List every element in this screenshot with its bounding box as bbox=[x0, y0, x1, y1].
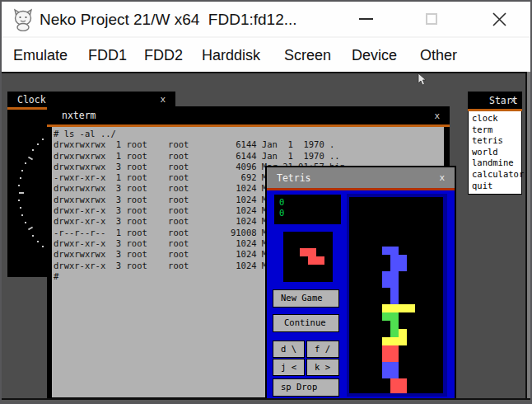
minimize-button[interactable] bbox=[349, 2, 382, 36]
rotate-right-button[interactable]: f / bbox=[306, 341, 339, 358]
menu-item-device[interactable]: Device bbox=[352, 38, 397, 72]
tetris-playfield-grid bbox=[349, 197, 443, 393]
clock-tick bbox=[18, 185, 20, 186]
start-menu-item-calculator[interactable]: calculator bbox=[472, 169, 521, 181]
start-menu-item-landmine[interactable]: landmine bbox=[472, 157, 521, 169]
tetris-block bbox=[390, 304, 399, 312]
clock-close-button[interactable]: x bbox=[160, 92, 166, 108]
mouse-cursor bbox=[418, 73, 427, 87]
clock-tick bbox=[25, 162, 26, 164]
tetris-block bbox=[390, 312, 399, 321]
window-frame-right bbox=[525, 72, 532, 398]
menu-item-fdd1[interactable]: FDD1 bbox=[88, 38, 127, 72]
tetris-playfield bbox=[347, 194, 447, 397]
tetris-block bbox=[382, 280, 390, 288]
menu-item-harddisk[interactable]: Harddisk bbox=[202, 38, 260, 72]
tetris-block bbox=[300, 248, 308, 256]
tetris-body: 0 0 New Game Continue d \ f / j < k > sp… bbox=[267, 190, 455, 398]
tetris-score-value: 0 bbox=[279, 197, 341, 208]
tetris-block bbox=[390, 345, 399, 354]
window-title: Neko Project 21/W x64 FDD1:fd12... bbox=[40, 2, 297, 36]
tetris-titlebar[interactable]: Tetris bbox=[267, 167, 455, 188]
menu-bar: EmulateFDD1FDD2HarddiskScreenDeviceOther bbox=[2, 38, 530, 72]
tetris-block bbox=[399, 387, 407, 393]
clock-tick bbox=[37, 143, 39, 145]
menu-item-screen[interactable]: Screen bbox=[284, 38, 331, 72]
tetris-block bbox=[382, 271, 390, 280]
emulated-desktop: Clock x nxterm x # ls -al ../drwxrwxrwx … bbox=[2, 72, 525, 398]
clock-tick bbox=[42, 139, 44, 140]
clock-tick bbox=[25, 222, 26, 223]
clock-tick bbox=[21, 170, 23, 171]
menu-item-emulate[interactable]: Emulate bbox=[13, 38, 68, 72]
tetris-block bbox=[390, 321, 399, 329]
tetris-block bbox=[390, 288, 399, 296]
tetris-block bbox=[382, 345, 390, 354]
tetris-block bbox=[382, 337, 390, 345]
close-icon bbox=[492, 12, 506, 26]
new-game-button[interactable]: New Game bbox=[273, 289, 339, 308]
start-menu-item-world[interactable]: world bbox=[472, 147, 521, 158]
start-menu-item-quit[interactable]: quit bbox=[472, 181, 521, 192]
tetris-window: Tetris x 0 0 New Game Continue d \ f / j… bbox=[265, 166, 456, 398]
clock-tick bbox=[32, 149, 34, 151]
tetris-block bbox=[390, 337, 399, 345]
clock-titlebar[interactable]: Clock bbox=[7, 92, 175, 107]
tetris-block bbox=[382, 354, 390, 362]
tetris-block bbox=[390, 247, 399, 255]
tetris-block bbox=[390, 296, 399, 304]
continue-button[interactable]: Continue bbox=[273, 314, 339, 332]
neko-cat-icon bbox=[12, 8, 35, 31]
clock-tick bbox=[19, 192, 24, 194]
tetris-close-button[interactable]: x bbox=[439, 167, 445, 189]
tetris-block bbox=[407, 304, 415, 312]
terminal-titlebar[interactable]: nxterm bbox=[47, 106, 450, 124]
clock-tick bbox=[20, 207, 21, 209]
tetris-block bbox=[399, 263, 407, 271]
start-menu-close-button[interactable]: x bbox=[510, 92, 516, 110]
clock-tick bbox=[28, 156, 33, 160]
tetris-block bbox=[316, 256, 324, 265]
app-titlebar[interactable]: Neko Project 21/W x64 FDD1:fd12... bbox=[2, 2, 530, 36]
clock-tick bbox=[20, 177, 21, 179]
clock-tick bbox=[32, 235, 34, 237]
menu-item-other[interactable]: Other bbox=[420, 38, 457, 72]
menu-item-fdd2[interactable]: FDD2 bbox=[144, 38, 183, 72]
rotate-left-button[interactable]: d \ bbox=[273, 341, 305, 358]
maximize-icon bbox=[426, 13, 437, 25]
tetris-block bbox=[390, 370, 399, 378]
drop-button[interactable]: sp Drop bbox=[273, 378, 339, 397]
tetris-score-box: 0 0 bbox=[274, 195, 341, 224]
tetris-block bbox=[399, 329, 407, 337]
terminal-line: drwxrwxrwx 1 root root 6144 Jan 1 1970 .… bbox=[54, 151, 444, 162]
emulator-window: Neko Project 21/W x64 FDD1:fd12... Emula… bbox=[0, 0, 532, 404]
terminal-close-button[interactable]: x bbox=[434, 106, 440, 125]
tetris-block bbox=[399, 255, 407, 263]
tetris-block bbox=[399, 378, 407, 387]
move-right-button[interactable]: k > bbox=[306, 359, 339, 376]
tetris-block bbox=[382, 362, 390, 370]
tetris-next-piece-box bbox=[283, 232, 333, 282]
clock-tick bbox=[18, 200, 20, 201]
start-menu-item-term[interactable]: term bbox=[472, 124, 521, 136]
tetris-block bbox=[382, 312, 390, 321]
move-left-button[interactable]: j < bbox=[273, 359, 305, 376]
tetris-block bbox=[390, 354, 399, 362]
tetris-block bbox=[399, 337, 407, 345]
tetris-block bbox=[390, 362, 399, 370]
tetris-block bbox=[390, 378, 399, 387]
clock-tick bbox=[42, 246, 44, 247]
maximize-button[interactable] bbox=[415, 2, 448, 36]
tetris-lines-value: 0 bbox=[279, 208, 341, 218]
tetris-block bbox=[390, 387, 399, 393]
start-menu-item-tetris[interactable]: tetris bbox=[472, 135, 521, 147]
close-button[interactable] bbox=[483, 2, 516, 36]
terminal-line: drwxrwxrwx 1 root root 6144 Jan 1 1970 . bbox=[54, 139, 444, 150]
tetris-block bbox=[390, 271, 399, 280]
tetris-block bbox=[390, 280, 399, 288]
clock-tick bbox=[37, 241, 39, 242]
start-menu-item-clock[interactable]: clock bbox=[472, 113, 521, 124]
tetris-block bbox=[382, 247, 390, 255]
terminal-line: # ls -al ../ bbox=[54, 129, 444, 139]
clock-tick bbox=[28, 226, 33, 230]
